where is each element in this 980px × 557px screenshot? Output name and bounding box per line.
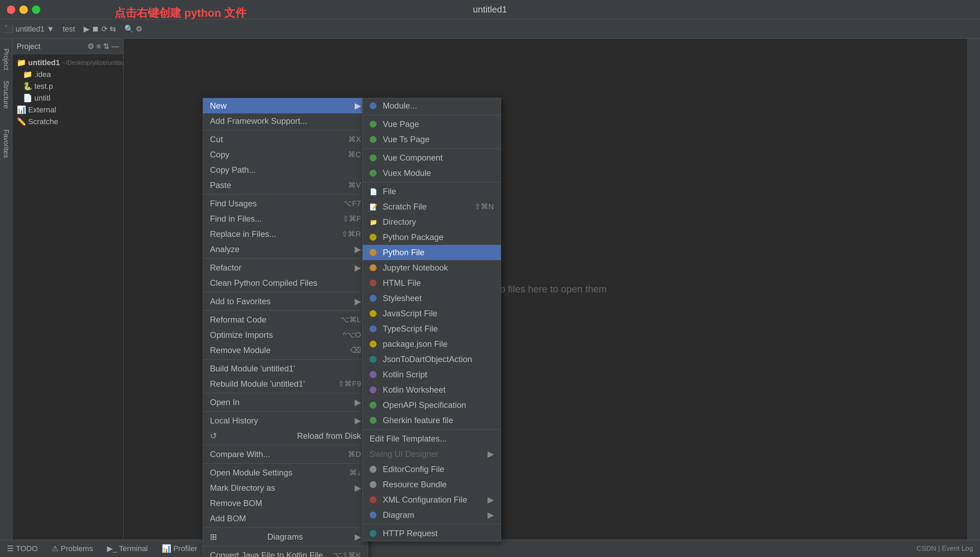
menu-item-replace-in-files[interactable]: Replace in Files... ⇧⌘R <box>203 226 368 242</box>
test-file-icon: 🐍 <box>23 82 32 91</box>
kotlin-script-icon <box>370 371 377 378</box>
submenu-item-html[interactable]: HTML File <box>363 275 501 291</box>
menu-item-mark-directory[interactable]: Mark Directory as ▶ <box>203 480 368 496</box>
toolbar-icons: ⬛ untitled1 ▼ test ▶ ⏹ ⟳ ⇆ 🔍 ⚙ <box>4 24 143 34</box>
left-sidebar: Project Structure Favorites <box>0 39 13 540</box>
menu-item-remove-module[interactable]: Remove Module ⌫ <box>203 343 368 358</box>
maximize-button[interactable] <box>32 6 40 14</box>
menu-item-analyze[interactable]: Analyze ▶ <box>203 242 368 257</box>
tree-item-idea[interactable]: 📁 .idea <box>13 69 123 80</box>
submenu-item-kotlin-script[interactable]: Kotlin Script <box>363 367 501 382</box>
main-layout: Project Structure Favorites Project ⚙ ≡ … <box>0 39 980 540</box>
tree-item-test[interactable]: 🐍 test.p <box>13 80 123 92</box>
submenu-item-http-request[interactable]: HTTP Request <box>363 526 501 541</box>
separator-12 <box>203 546 368 546</box>
edit-templates-label: Edit File Templates... <box>370 434 447 444</box>
menu-item-reload-from-disk[interactable]: ↺ Reload from Disk <box>203 428 368 444</box>
submenu-item-jupyter[interactable]: Jupyter Notebook <box>363 260 501 275</box>
submenu-item-vue-component[interactable]: Vue Component <box>363 150 501 165</box>
submenu-item-openapi[interactable]: OpenAPI Specification <box>363 397 501 413</box>
menu-item-add-framework[interactable]: Add Framework Support... <box>203 113 368 129</box>
favorites-sidebar-label[interactable]: Favorites <box>2 129 10 158</box>
cut-shortcut: ⌘X <box>348 135 361 144</box>
menu-item-build-module[interactable]: Build Module 'untitled1' <box>203 361 368 376</box>
statusbar-terminal[interactable]: ▶_ Terminal <box>107 544 148 553</box>
kotlin-worksheet-icon <box>370 386 377 393</box>
menu-item-optimize-imports[interactable]: Optimize Imports ^⌥O <box>203 327 368 343</box>
submenu-item-stylesheet[interactable]: Stylesheet <box>363 291 501 306</box>
optimize-imports-label: Optimize Imports <box>210 330 273 340</box>
project-sidebar-label[interactable]: Project <box>2 49 10 70</box>
submenu-item-xml-config[interactable]: XML Configuration File ▶ <box>363 492 501 507</box>
submenu-item-editorconfig[interactable]: EditorConfig File <box>363 462 501 477</box>
menu-item-add-bom[interactable]: Add BOM <box>203 511 368 526</box>
statusbar-problems[interactable]: ⚠ Problems <box>52 544 93 553</box>
rebuild-module-label: Rebuild Module 'untitled1' <box>210 379 305 389</box>
menu-item-compare-with[interactable]: Compare With... ⌘D <box>203 447 368 462</box>
menu-item-convert-java[interactable]: Convert Java File to Kotlin File ⌥⇧⌘K <box>203 548 368 557</box>
menu-item-new[interactable]: New ▶ <box>203 98 368 113</box>
submenu-item-module[interactable]: Module... <box>363 98 501 113</box>
statusbar-profiler[interactable]: 📊 Profiler <box>162 544 197 553</box>
menu-item-open-module-settings[interactable]: Open Module Settings ⌘↓ <box>203 465 368 480</box>
add-framework-label: Add Framework Support... <box>210 116 307 126</box>
python-package-label: Python Package <box>383 232 444 242</box>
menu-item-remove-bom[interactable]: Remove BOM <box>203 496 368 511</box>
menu-item-cut[interactable]: Cut ⌘X <box>203 132 368 147</box>
vue-page-icon <box>370 121 377 128</box>
menu-item-find-usages[interactable]: Find Usages ⌥F7 <box>203 196 368 211</box>
submenu-item-ts[interactable]: TypeScript File <box>363 321 501 336</box>
submenu-item-scratch-file[interactable]: 📝 Scratch File ⇧⌘N <box>363 199 501 214</box>
menu-new-label: New <box>210 101 227 111</box>
local-history-arrow: ▶ <box>355 416 361 425</box>
submenu-arrow: ▶ <box>355 101 361 111</box>
menu-item-rebuild-module[interactable]: Rebuild Module 'untitled1' ⇧⌘F9 <box>203 376 368 392</box>
diagrams-label: Diagrams <box>267 532 303 542</box>
menu-item-find-in-files[interactable]: Find in Files... ⇧⌘F <box>203 211 368 226</box>
submenu-item-file[interactable]: 📄 File <box>363 184 501 199</box>
menu-item-clean-python[interactable]: Clean Python Compiled Files <box>203 275 368 291</box>
menu-item-copy[interactable]: Copy ⌘C <box>203 147 368 162</box>
statusbar-todo[interactable]: ☰ TODO <box>7 544 38 553</box>
menu-item-open-in[interactable]: Open In ▶ <box>203 395 368 410</box>
add-bom-label: Add BOM <box>210 514 246 523</box>
minimize-button[interactable] <box>20 6 28 14</box>
submenu-item-vue-ts-page[interactable]: Vue Ts Page <box>363 132 501 147</box>
submenu-item-kotlin-worksheet[interactable]: Kotlin Worksheet <box>363 382 501 397</box>
vuex-module-icon <box>370 169 377 176</box>
external-icon: 📊 <box>17 106 26 114</box>
menu-item-refactor[interactable]: Refactor ▶ <box>203 260 368 275</box>
menu-item-copy-path[interactable]: Copy Path... <box>203 162 368 178</box>
menu-item-local-history[interactable]: Local History ▶ <box>203 413 368 428</box>
tree-item-untitl[interactable]: 📄 untitl <box>13 92 123 104</box>
submenu-item-diagram[interactable]: Diagram ▶ <box>363 507 501 523</box>
submenu-item-package-json[interactable]: package.json File <box>363 336 501 352</box>
submenu-item-edit-templates[interactable]: Edit File Templates... <box>363 431 501 446</box>
tree-root[interactable]: 📁 untitled1 ~/Desktop/yilize/untitled1 <box>13 57 123 69</box>
submenu-item-python-file[interactable]: Python File <box>363 245 501 260</box>
menu-item-diagrams[interactable]: ⊞ Diagrams ▶ <box>203 529 368 544</box>
resource-bundle-label: Resource Bundle <box>383 480 447 489</box>
close-button[interactable] <box>7 6 15 14</box>
structure-sidebar-label[interactable]: Structure <box>2 80 10 109</box>
directory-icon: 📁 <box>370 218 377 225</box>
project-settings-icon[interactable]: ⚙ ≡ ⇅ — <box>88 42 119 51</box>
context-menu: New ▶ Add Framework Support... Cut ⌘X Co… <box>203 98 368 557</box>
submenu-item-vuex-module[interactable]: Vuex Module <box>363 165 501 181</box>
submenu-item-directory[interactable]: 📁 Directory <box>363 214 501 230</box>
diagram-label: Diagram <box>383 510 414 520</box>
menu-item-add-favorites[interactable]: Add to Favorites ▶ <box>203 294 368 309</box>
menu-item-reformat[interactable]: Reformat Code ⌥⌘L <box>203 312 368 327</box>
window-controls[interactable] <box>7 6 40 14</box>
submenu-item-json-to-dart[interactable]: JsonToDartObjectAction <box>363 352 501 367</box>
tree-item-external[interactable]: 📊 External <box>13 104 123 116</box>
submenu-item-python-package[interactable]: Python Package <box>363 230 501 245</box>
submenu-item-gherkin[interactable]: Gherkin feature file <box>363 413 501 428</box>
python-file-label: Python File <box>383 248 424 257</box>
submenu-item-resource-bundle[interactable]: Resource Bundle <box>363 477 501 492</box>
menu-item-paste[interactable]: Paste ⌘V <box>203 178 368 193</box>
submenu-item-vue-page[interactable]: Vue Page <box>363 117 501 132</box>
tree-item-scratch[interactable]: ✏️ Scratche <box>13 116 123 128</box>
separator-5 <box>203 310 368 311</box>
submenu-item-js[interactable]: JavaScript File <box>363 306 501 321</box>
